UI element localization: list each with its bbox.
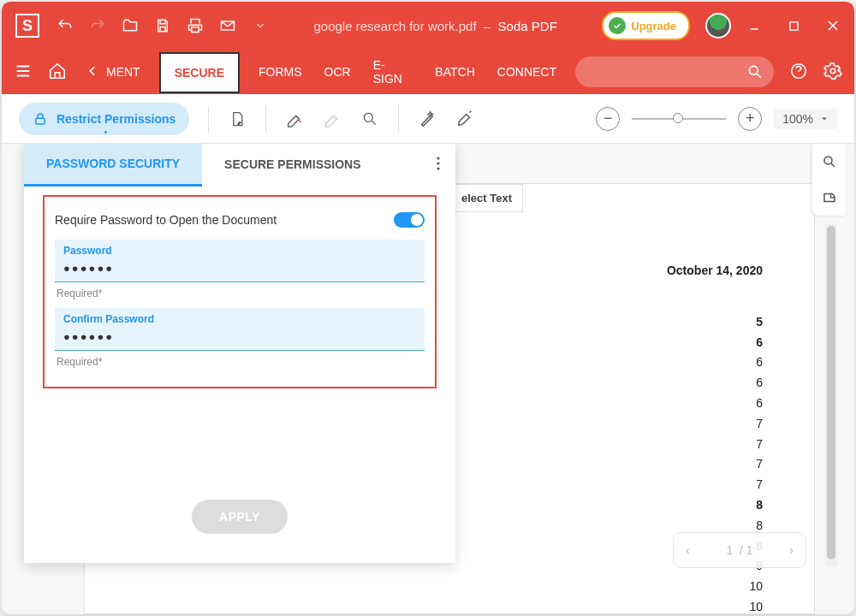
- tab-esign[interactable]: E-SIGN: [370, 51, 417, 92]
- require-password-toggle[interactable]: [394, 212, 425, 228]
- svg-point-9: [824, 157, 832, 164]
- save-icon[interactable]: [154, 17, 171, 34]
- restrict-permissions-button[interactable]: Restrict Permissions: [19, 103, 189, 135]
- global-search[interactable]: [575, 56, 774, 87]
- separator: [208, 106, 209, 132]
- select-text-tab[interactable]: elect Text: [450, 184, 523, 212]
- password-label: Password: [63, 245, 416, 257]
- tab-password-security[interactable]: PASSWORD SECURITY: [24, 144, 202, 187]
- ribbon-tabs: MENT SECURE FORMS OCR E-SIGN BATCH CONNE…: [2, 50, 854, 94]
- pager-next-icon[interactable]: ›: [789, 543, 794, 557]
- panel-menu-icon[interactable]: [437, 157, 440, 173]
- settings-icon[interactable]: [823, 62, 842, 83]
- confirm-label: Confirm Password: [63, 313, 416, 325]
- tab-forms[interactable]: FORMS: [255, 58, 306, 86]
- home-icon[interactable]: [48, 62, 67, 83]
- title-bar: S google research for work.pdf – Soda PD…: [2, 2, 854, 50]
- open-icon[interactable]: [122, 17, 139, 34]
- pager-prev-icon[interactable]: ‹: [686, 543, 690, 557]
- search-icon: [746, 63, 764, 83]
- apply-button[interactable]: APPLY: [192, 500, 288, 534]
- password-field[interactable]: Password ●●●●●●: [55, 240, 425, 282]
- mail-icon[interactable]: [219, 17, 236, 34]
- svg-point-3: [830, 68, 835, 74]
- zoom-out-button[interactable]: −: [596, 107, 620, 131]
- chevron-down-icon[interactable]: [252, 17, 269, 34]
- confirm-hint: Required*: [56, 356, 425, 368]
- brush-icon[interactable]: [455, 110, 474, 128]
- redact-icon[interactable]: [285, 110, 304, 128]
- highlight-region: Require Password to Open the Document Pa…: [43, 195, 437, 388]
- document-title: google research for work.pdf – Soda PDF: [269, 19, 602, 33]
- scroll-thumb[interactable]: [827, 226, 835, 560]
- app-window: S google research for work.pdf – Soda PD…: [2, 2, 854, 614]
- tab-secure[interactable]: SECURE: [159, 52, 240, 93]
- zoom-slider[interactable]: [632, 118, 726, 120]
- rail-search-icon[interactable]: [812, 144, 846, 180]
- check-icon: [609, 17, 626, 34]
- redact-off-icon[interactable]: [323, 110, 342, 128]
- upgrade-label: Upgrade: [631, 20, 676, 33]
- zoom-thumb[interactable]: [673, 113, 683, 123]
- page-navigator[interactable]: ‹ 1 / 1 ›: [673, 532, 806, 568]
- user-avatar[interactable]: [705, 13, 731, 38]
- tab-secure-permissions[interactable]: SECURE PERMISSIONS: [202, 144, 383, 187]
- app-logo: S: [15, 14, 39, 38]
- toc-page-number: 10: [179, 597, 771, 614]
- svg-point-5: [365, 113, 373, 121]
- svg-point-6: [437, 157, 439, 159]
- vertical-scrollbar[interactable]: [825, 224, 837, 566]
- app-name: Soda PDF: [498, 19, 557, 33]
- confirm-value: ●●●●●●: [63, 330, 416, 343]
- restrict-label: Restrict Permissions: [56, 112, 175, 126]
- right-rail: [811, 144, 846, 216]
- svg-point-1: [749, 66, 758, 74]
- zoom-in-button[interactable]: +: [738, 107, 762, 131]
- panel-tabs: PASSWORD SECURITY SECURE PERMISSIONS: [24, 144, 455, 187]
- upgrade-button[interactable]: Upgrade: [602, 11, 690, 40]
- svg-point-7: [437, 162, 439, 164]
- separator: [398, 106, 399, 132]
- require-password-label: Require Password to Open the Document: [55, 213, 276, 227]
- hamburger-icon[interactable]: [14, 62, 33, 83]
- zoom-level[interactable]: 100%: [774, 109, 837, 129]
- wand-icon[interactable]: [418, 110, 437, 128]
- editor-body: elect Text October 14, 2020 566667777888…: [2, 144, 854, 614]
- tab-ocr[interactable]: OCR: [321, 58, 354, 86]
- confirm-password-field[interactable]: Confirm Password ●●●●●●: [55, 308, 425, 351]
- password-security-panel: PASSWORD SECURITY SECURE PERMISSIONS Req…: [24, 144, 455, 563]
- password-hint: Required*: [56, 287, 425, 299]
- tab-connect[interactable]: CONNECT: [494, 58, 560, 86]
- svg-rect-4: [36, 118, 45, 124]
- pager-current: 1: [726, 543, 733, 557]
- svg-point-8: [437, 167, 439, 169]
- require-password-row: Require Password to Open the Document: [55, 212, 425, 228]
- separator: [265, 106, 266, 132]
- pager-total: / 1: [740, 543, 753, 557]
- minimize-button[interactable]: [746, 18, 762, 33]
- tabs-prev-icon[interactable]: [86, 64, 99, 80]
- close-button[interactable]: [825, 18, 841, 33]
- window-controls: [746, 18, 841, 33]
- zoom-controls: − + 100%: [596, 107, 837, 131]
- print-icon[interactable]: [187, 17, 204, 34]
- password-value: ●●●●●●: [63, 262, 416, 275]
- tab-partial[interactable]: MENT: [103, 58, 144, 86]
- svg-rect-0: [789, 21, 797, 29]
- doc-filename: google research for work.pdf: [313, 19, 476, 33]
- search-redact-icon[interactable]: [360, 110, 379, 128]
- undo-icon[interactable]: [56, 17, 74, 34]
- secure-toolbar: Restrict Permissions − + 100%: [2, 94, 854, 144]
- tab-batch[interactable]: BATCH: [431, 58, 478, 86]
- sign-doc-icon[interactable]: [228, 110, 247, 128]
- maximize-button[interactable]: [786, 18, 801, 33]
- rail-tab-icon[interactable]: [812, 180, 846, 216]
- help-icon[interactable]: [789, 62, 808, 83]
- quick-actions: [56, 17, 269, 34]
- toc-page-number: 10: [179, 577, 771, 597]
- redo-icon[interactable]: [89, 17, 106, 34]
